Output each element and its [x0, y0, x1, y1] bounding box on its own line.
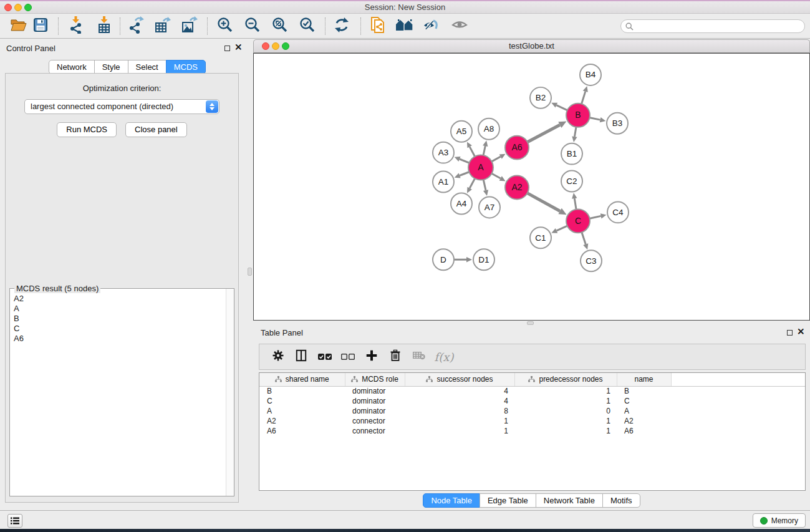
graph-node-B3[interactable]: B3: [607, 113, 628, 134]
table-cell[interactable]: 1: [514, 396, 617, 406]
graph-edge-A-A5[interactable]: [467, 142, 476, 157]
column-header-MCDS-role[interactable]: MCDS role: [345, 373, 405, 386]
search-input[interactable]: [636, 21, 804, 31]
open-session-icon[interactable]: [11, 18, 27, 34]
graph-edge-A2-C[interactable]: [526, 193, 567, 215]
table-row[interactable]: Cdominator41C: [259, 396, 805, 406]
graph-edge-C-C4[interactable]: [589, 213, 607, 218]
table-cell[interactable]: 4: [405, 396, 514, 406]
table-panel-close-icon[interactable]: ⨯: [797, 326, 805, 336]
graph-node-B[interactable]: B: [566, 104, 590, 127]
graph-edge-A-A1[interactable]: [455, 172, 470, 178]
graph-node-D1[interactable]: D1: [473, 249, 494, 270]
graph-node-B1[interactable]: B1: [561, 143, 582, 165]
tab-motifs[interactable]: Motifs: [602, 493, 640, 508]
table-cell[interactable]: 1: [514, 386, 617, 396]
new-network-from-selection-icon[interactable]: [370, 16, 386, 37]
column-header-predecessor-nodes[interactable]: predecessor nodes: [514, 373, 617, 386]
table-cell[interactable]: 1: [405, 426, 514, 436]
graph-node-A4[interactable]: A4: [451, 193, 472, 214]
table-cell[interactable]: C: [617, 396, 671, 406]
graph-node-A2[interactable]: A2: [505, 176, 529, 200]
graph-edge-C-C1[interactable]: [551, 225, 568, 233]
tab-style[interactable]: Style: [94, 60, 128, 74]
tab-network[interactable]: Network: [49, 60, 95, 74]
column-header-successor-nodes[interactable]: successor nodes: [405, 373, 514, 386]
refresh-icon[interactable]: [334, 17, 350, 36]
select-all-checkboxes-icon[interactable]: [318, 351, 332, 362]
close-panel-button[interactable]: Close panel: [125, 122, 187, 137]
tab-node-table[interactable]: Node Table: [423, 493, 480, 508]
task-history-button[interactable]: [7, 514, 22, 528]
graph-node-A7[interactable]: A7: [479, 196, 500, 218]
column-header-shared-name[interactable]: shared name: [259, 373, 345, 386]
graph-node-B4[interactable]: B4: [580, 64, 601, 85]
home-layout-icon[interactable]: [395, 18, 414, 34]
graph-node-B2[interactable]: B2: [530, 87, 551, 109]
control-panel-float-icon[interactable]: [224, 46, 230, 51]
graph-node-D[interactable]: D: [433, 249, 454, 270]
network-window-close-button[interactable]: [262, 42, 269, 50]
table-cell[interactable]: A2: [259, 416, 345, 426]
table-cell[interactable]: dominator: [345, 396, 405, 406]
export-table-icon[interactable]: [155, 16, 171, 36]
table-cell[interactable]: B: [259, 386, 345, 396]
result-list-scrollbar[interactable]: [226, 289, 234, 496]
graph-edge-A-A8[interactable]: [483, 140, 488, 157]
table-cell[interactable]: C: [259, 396, 345, 406]
export-network-icon[interactable]: [128, 16, 144, 36]
table-cell[interactable]: dominator: [345, 406, 405, 416]
add-column-icon[interactable]: [367, 351, 377, 364]
zoom-selected-icon[interactable]: [299, 17, 316, 36]
table-row[interactable]: A6connector11A6: [259, 426, 805, 436]
app-zoom-button[interactable]: [24, 4, 32, 11]
zoom-out-icon[interactable]: [244, 17, 261, 36]
mcds-result-item[interactable]: A2: [10, 294, 234, 304]
graph-edge-A-A6[interactable]: [491, 154, 506, 162]
table-cell[interactable]: 4: [405, 386, 514, 396]
table-cell[interactable]: 8: [405, 406, 514, 416]
control-panel-close-icon[interactable]: ⨯: [234, 42, 243, 52]
graph-edge-A-A3[interactable]: [455, 157, 471, 163]
graph-node-A5[interactable]: A5: [451, 121, 472, 142]
graph-node-C4[interactable]: C4: [607, 201, 629, 223]
save-session-icon[interactable]: [34, 18, 47, 34]
zoom-in-icon[interactable]: [217, 17, 233, 36]
table-cell[interactable]: dominator: [345, 386, 405, 396]
table-cell[interactable]: A2: [617, 416, 671, 426]
table-row[interactable]: Bdominator41B: [259, 386, 805, 396]
mcds-result-list[interactable]: A2ABCA6: [10, 289, 234, 496]
column-visibility-icon[interactable]: [296, 350, 307, 364]
graph-edge-B-B2[interactable]: [551, 103, 568, 111]
run-mcds-button[interactable]: Run MCDS: [57, 122, 117, 137]
delete-table-icon[interactable]: [413, 351, 425, 362]
graph-edge-B-B3[interactable]: [589, 117, 606, 122]
table-cell[interactable]: A: [259, 406, 345, 416]
mcds-result-item[interactable]: C: [10, 324, 234, 334]
table-cell[interactable]: B: [617, 386, 671, 396]
column-header-name[interactable]: name: [617, 373, 671, 386]
search-field[interactable]: [620, 19, 805, 33]
graph-edge-B-B4[interactable]: [581, 86, 588, 105]
zoom-fit-icon[interactable]: [272, 17, 288, 36]
table-cell[interactable]: 1: [405, 416, 514, 426]
mcds-result-item[interactable]: A6: [10, 334, 234, 344]
network-window-minimize-button[interactable]: [272, 42, 279, 50]
table-cell[interactable]: A6: [259, 426, 345, 436]
table-settings-gear-icon[interactable]: [272, 350, 284, 364]
graph-edge-A-A7[interactable]: [483, 178, 488, 196]
tab-select[interactable]: Select: [128, 60, 166, 74]
import-network-icon[interactable]: [69, 16, 84, 36]
graph-node-A[interactable]: A: [468, 155, 493, 180]
app-close-button[interactable]: [4, 4, 12, 11]
table-cell[interactable]: 1: [514, 426, 617, 436]
panel-divider-handle[interactable]: [248, 268, 252, 276]
network-canvas[interactable]: B4B2BB3A5A8A6B1A3AA1C2A2A4A7C4CC1C3DD1: [253, 53, 810, 321]
graph-node-C2[interactable]: C2: [561, 171, 582, 192]
node-table[interactable]: shared nameMCDS rolesuccessor nodesprede…: [259, 372, 806, 491]
mcds-result-item[interactable]: B: [10, 314, 234, 324]
graph-node-A3[interactable]: A3: [433, 142, 454, 163]
function-builder-icon[interactable]: f(x): [435, 351, 454, 364]
graph-node-C1[interactable]: C1: [530, 227, 551, 248]
table-cell[interactable]: 0: [514, 406, 617, 416]
